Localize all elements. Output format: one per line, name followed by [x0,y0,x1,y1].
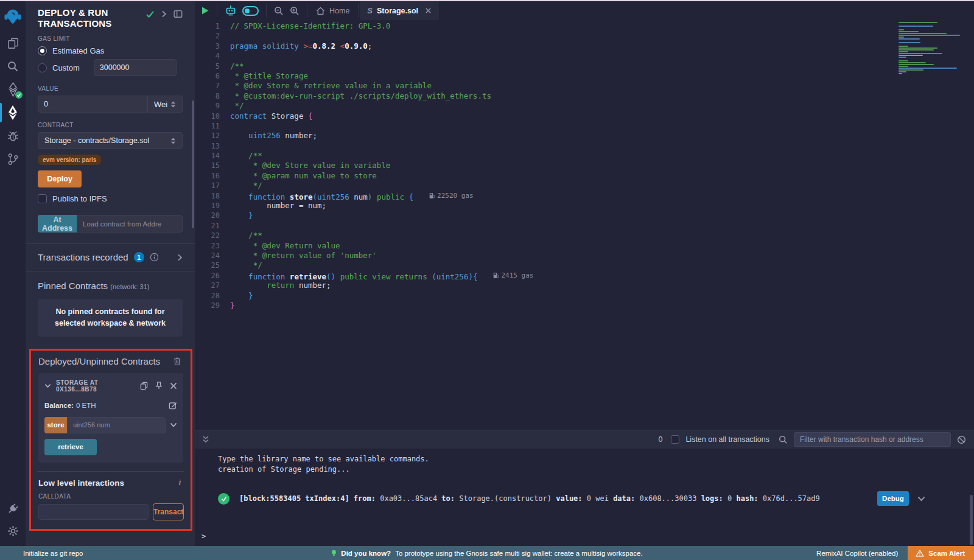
tab-home[interactable]: Home [309,1,357,20]
code-line[interactable]: 5/** [195,61,974,71]
retrieve-function-button[interactable]: retrieve [44,439,97,455]
terminal-filter-input[interactable] [794,432,951,447]
calldata-input[interactable] [38,504,149,520]
at-address-input[interactable] [77,215,183,233]
store-function-button[interactable]: store [44,417,67,433]
publish-ipfs-checkbox[interactable] [38,194,47,203]
close-tab-icon[interactable] [425,7,432,14]
code-line[interactable]: 9 */ [195,101,974,111]
value-unit-select[interactable]: Wei [148,96,183,113]
code-line[interactable]: 18 function store(uint256 num) public {2… [195,191,974,201]
transact-button[interactable]: Transact [153,503,184,520]
expand-params-icon[interactable] [170,422,177,428]
code-line[interactable]: 20 } [195,211,974,220]
publish-ipfs-option[interactable]: Publish to IPFS [38,194,183,203]
sidebar-item-solidity-compiler[interactable] [0,78,26,101]
contract-select[interactable]: Storage - contracts/Storage.sol [38,132,183,149]
transactions-recorded-row[interactable]: Transactions recorded 1 [38,252,183,262]
code-editor[interactable]: 1// SPDX-License-Identifier: GPL-3.023pr… [195,20,974,430]
lowlevel-info-icon[interactable]: i [179,478,181,487]
value-input[interactable] [38,96,148,113]
code-line[interactable]: 23 * @dev Return value [195,241,974,251]
code-line[interactable]: 28 } [195,291,974,301]
code-line[interactable]: 1// SPDX-License-Identifier: GPL-3.0 [195,21,974,31]
zoom-out-button[interactable] [268,1,287,20]
pinned-contracts-title: Pinned Contracts (network: 31) [38,281,183,291]
code-line[interactable]: 7 * @dev Store & retrieve value in a var… [195,81,974,91]
code-line[interactable]: 16 * @param num value to store [195,171,974,181]
code-line[interactable]: 29} [195,301,974,310]
custom-gas-option[interactable]: Custom [38,59,183,76]
git-init-status[interactable]: Initialize as git repo [0,550,83,557]
pin-panel-icon[interactable] [173,10,183,18]
estimated-gas-radio[interactable] [38,46,47,55]
sidebar-item-plugin-manager[interactable] [0,497,26,520]
panel-scrollbar[interactable] [192,100,194,228]
remove-contract-icon[interactable] [170,382,177,390]
sidebar-item-settings[interactable] [0,520,26,541]
code-line[interactable]: 10contract Storage { [195,111,974,121]
collapse-chevron-icon[interactable] [44,383,51,388]
terminal-prompt[interactable]: > [201,532,206,541]
chevron-right-icon[interactable] [177,254,183,261]
code-line[interactable]: 17 */ [195,181,974,191]
expand-terminal-icon[interactable] [202,435,209,444]
debug-button[interactable]: Debug [877,491,909,506]
copilot-toggle[interactable] [242,6,259,16]
code-line[interactable]: 3pragma solidity >=0.8.2 <0.9.0; [195,41,974,51]
trash-icon[interactable] [173,357,181,366]
code-line[interactable]: 19 number = num; [195,201,974,211]
code-line[interactable]: 8 * @custom:dev-run-script ./scripts/dep… [195,91,974,101]
sidebar-item-file-explorer[interactable] [0,32,26,55]
terminal-output[interactable]: Type the library name to see available c… [195,449,974,546]
code-line[interactable]: 24 * @return value of 'number' [195,251,974,261]
toolbar-separator [217,4,217,17]
copy-address-icon[interactable] [140,382,148,390]
expand-tx-icon[interactable] [917,496,925,502]
tab-storage-sol[interactable]: S Storage.sol [360,1,439,20]
gas-limit-label: GAS LIMIT [38,35,183,42]
terminal-scrollbar[interactable] [970,495,973,545]
transaction-log-row[interactable]: [block:5583405 txIndex:4] from: 0xa03...… [195,491,974,506]
code-line[interactable]: 27 return number; [195,281,974,290]
settings-gear-icon [7,525,19,537]
code-line[interactable]: 13 [195,141,974,151]
code-line[interactable]: 2 [195,31,974,41]
clear-console-icon[interactable] [957,435,966,444]
estimated-gas-option[interactable]: Estimated Gas [38,46,183,55]
pin-contract-icon[interactable] [155,381,163,390]
copilot-status[interactable]: RemixAI Copilot (enabled) [816,550,898,557]
custom-gas-input[interactable] [94,59,177,76]
code-line[interactable]: 25 */ [195,261,974,270]
deployed-contract-name[interactable]: STORAGE AT 0X136...8B78 [56,379,135,393]
editor-minimap[interactable] [899,22,965,75]
sidebar-item-debugger[interactable] [0,124,26,147]
zoom-in-button[interactable] [287,1,306,20]
sidebar-item-git[interactable] [0,147,26,170]
remix-logo[interactable] [0,2,26,32]
store-param-input[interactable] [67,417,166,433]
code-line[interactable]: 11 [195,121,974,131]
custom-gas-radio[interactable] [38,63,47,72]
sidebar-item-deploy-run[interactable] [0,101,26,124]
code-line[interactable]: 15 * @dev Store value in variable [195,161,974,170]
ai-copilot-button[interactable] [219,1,265,20]
listen-all-checkbox[interactable] [671,435,679,444]
code-line[interactable]: 21 [195,221,974,231]
run-script-button[interactable] [195,1,215,20]
panel-forward-icon[interactable] [161,10,167,18]
terminal-line: creation of Storage pending... [218,464,974,475]
code-line[interactable]: 6 * @title Storage [195,71,974,81]
home-icon [316,7,325,15]
code-line[interactable]: 26 function retrieve() public view retur… [195,271,974,281]
info-icon[interactable] [150,253,159,262]
code-line[interactable]: 4 [195,51,974,61]
edit-balance-icon[interactable] [169,401,177,410]
sidebar-item-search[interactable] [0,55,26,78]
at-address-button[interactable]: At Address [38,215,77,233]
code-line[interactable]: 14 /** [195,151,974,161]
scam-alert-button[interactable]: Scam Alert [908,546,974,560]
deploy-button[interactable]: Deploy [38,170,82,187]
code-line[interactable]: 12 uint256 number; [195,131,974,141]
code-line[interactable]: 22 /** [195,231,974,240]
